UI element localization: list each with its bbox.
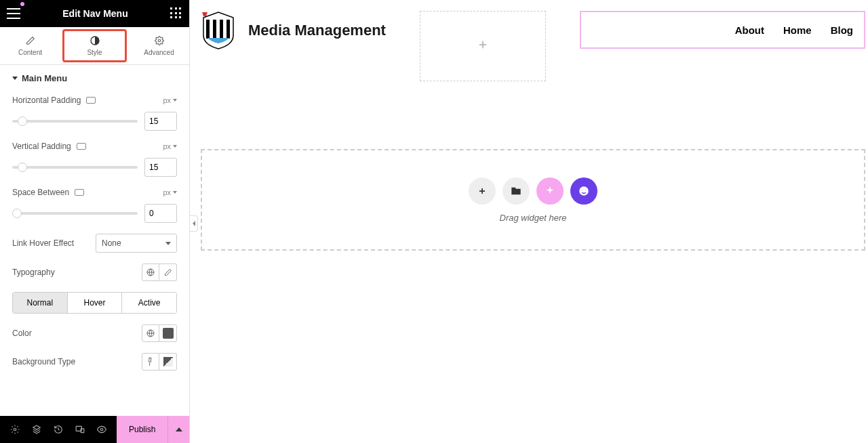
style-controls: Horizontal Padding px Vertical Padding p… (0, 91, 189, 416)
ai-button[interactable] (536, 177, 564, 205)
link-hover-row: Link Hover Effect None (12, 234, 177, 253)
horizontal-padding-slider[interactable] (12, 120, 138, 123)
site-logo[interactable] (201, 11, 236, 50)
slider-thumb[interactable] (18, 163, 27, 172)
tab-advanced-label: Advanced (144, 49, 174, 56)
desktop-icon[interactable] (77, 143, 86, 150)
svg-rect-11 (226, 20, 230, 39)
edit-typography-button[interactable] (159, 263, 177, 281)
add-widget-button[interactable] (469, 177, 496, 205)
horizontal-padding-slider-row (12, 112, 177, 131)
drop-zone[interactable]: Drag widget here (201, 149, 865, 251)
svg-point-1 (158, 39, 161, 42)
state-tab-normal[interactable]: Normal (13, 293, 68, 313)
add-template-button[interactable] (502, 177, 530, 205)
preview-icon[interactable] (96, 424, 107, 435)
tab-style[interactable]: Style (62, 29, 127, 62)
contrast-icon (90, 35, 100, 46)
bg-type-label: Background Type (12, 357, 75, 366)
globe-icon (146, 329, 155, 337)
chevron-up-icon (176, 427, 182, 431)
horizontal-padding-row: Horizontal Padding px (12, 96, 177, 105)
horizontal-padding-input[interactable] (144, 112, 177, 131)
logo-block: Media Management (201, 11, 386, 50)
settings-icon[interactable] (9, 424, 20, 435)
typography-row: Typography (12, 263, 177, 281)
publish-button[interactable]: Publish (117, 416, 167, 443)
link-hover-select[interactable]: None (96, 234, 177, 253)
global-button[interactable] (570, 177, 597, 205)
bg-type-row: Background Type (12, 353, 177, 371)
widget-grid-icon[interactable] (170, 7, 182, 20)
global-color-button[interactable] (142, 324, 159, 342)
svg-point-7 (100, 428, 103, 431)
vertical-padding-slider-row (12, 158, 177, 177)
state-tab-active[interactable]: Active (122, 293, 176, 313)
chevron-down-icon (173, 191, 177, 194)
horizontal-padding-label: Horizontal Padding (12, 96, 81, 105)
pencil-icon (164, 268, 172, 276)
desktop-icon[interactable] (86, 97, 96, 104)
hamburger-menu-icon[interactable] (7, 8, 20, 19)
nav-link-about[interactable]: About (735, 24, 764, 36)
empty-widget-placeholder[interactable] (420, 11, 546, 81)
chevron-down-icon (165, 242, 171, 245)
pencil-icon (25, 35, 36, 46)
unit-selector[interactable]: px (163, 96, 177, 104)
space-between-input[interactable] (144, 204, 177, 223)
tab-content[interactable]: Content (0, 27, 60, 64)
vertical-padding-label: Vertical Padding (12, 142, 71, 151)
chevron-left-icon (193, 221, 195, 226)
bg-gradient-button[interactable] (159, 353, 177, 371)
desktop-icon[interactable] (75, 189, 84, 196)
navigator-icon[interactable] (31, 424, 42, 435)
nav-link-blog[interactable]: Blog (831, 24, 853, 36)
sidebar-title: Edit Nav Menu (62, 8, 127, 19)
color-label: Color (12, 329, 32, 338)
vertical-padding-slider[interactable] (12, 166, 138, 169)
global-typography-button[interactable] (142, 263, 159, 281)
bg-classic-button[interactable] (142, 353, 159, 371)
tab-content-label: Content (18, 49, 42, 56)
tab-advanced[interactable]: Advanced (129, 27, 189, 64)
drop-zone-icons (469, 177, 597, 205)
notification-dot (20, 2, 24, 6)
space-between-label: Space Between (12, 188, 69, 197)
folder-icon (511, 186, 521, 196)
nav-menu-widget[interactable]: About Home Blog (580, 11, 865, 49)
sidebar-header: Edit Nav Menu (0, 0, 189, 27)
unit-selector[interactable]: px (163, 142, 177, 150)
sparkle-icon (545, 186, 555, 196)
sidebar-collapse-handle[interactable] (190, 215, 198, 232)
space-between-row: Space Between px (12, 188, 177, 197)
responsive-icon[interactable] (75, 424, 85, 435)
nav-link-home[interactable]: Home (783, 24, 812, 36)
history-icon[interactable] (53, 424, 64, 435)
vertical-padding-row: Vertical Padding px (12, 142, 177, 151)
state-tabs: Normal Hover Active (12, 292, 177, 314)
unit-selector[interactable]: px (163, 188, 177, 196)
vertical-padding-input[interactable] (144, 158, 177, 177)
svg-rect-9 (213, 20, 216, 39)
publish-options-button[interactable] (167, 416, 189, 443)
slider-thumb[interactable] (18, 117, 27, 126)
gear-icon (154, 35, 165, 46)
editor-tabs: Content Style Advanced (0, 27, 189, 65)
chevron-down-icon (173, 145, 177, 148)
color-swatch-icon (163, 328, 174, 339)
typography-label: Typography (12, 268, 55, 277)
color-picker-button[interactable] (159, 324, 177, 342)
svg-rect-8 (206, 20, 210, 39)
color-row: Color (12, 324, 177, 342)
state-tab-hover[interactable]: Hover (68, 293, 123, 313)
svg-point-4 (14, 428, 16, 431)
site-title[interactable]: Media Management (248, 22, 386, 39)
space-between-slider[interactable] (12, 212, 138, 215)
slider-thumb[interactable] (12, 209, 22, 218)
globe-icon (146, 268, 155, 276)
section-main-menu[interactable]: Main Menu (0, 65, 189, 91)
svg-point-15 (582, 189, 583, 190)
tab-style-label: Style (87, 49, 102, 56)
editor-sidebar: Edit Nav Menu Content Style Advanced (0, 0, 190, 443)
drop-zone-text: Drag widget here (500, 213, 567, 223)
